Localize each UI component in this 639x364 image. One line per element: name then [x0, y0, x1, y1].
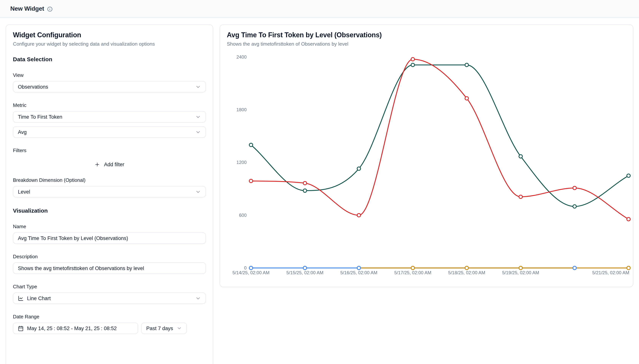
plus-icon — [95, 162, 100, 167]
line-chart: 06001200180024005/14/25, 02:00 AM5/15/25… — [220, 25, 633, 287]
metric-select[interactable]: Time To First Token — [13, 111, 206, 122]
chart-type-label: Chart Type — [13, 284, 206, 290]
chart-type-select[interactable]: Line Chart — [13, 292, 206, 304]
series-teal-point — [465, 63, 468, 67]
series-teal-point — [357, 167, 361, 170]
series-teal-point — [573, 205, 576, 208]
config-subtitle: Configure your widget by selecting data … — [13, 41, 206, 47]
series-red-point — [411, 58, 414, 61]
y-axis-tick-label: 0 — [244, 265, 247, 270]
series-blue-point — [303, 266, 307, 270]
view-label: View — [13, 72, 206, 78]
x-axis-tick-label: 5/18/25, 02:00 AM — [448, 270, 485, 275]
series-red-line — [251, 59, 628, 219]
aggregation-select[interactable]: Avg — [13, 126, 206, 138]
date-preset-select[interactable]: Past 7 days — [141, 322, 187, 334]
metric-label: Metric — [13, 102, 206, 108]
view-select[interactable]: Observations — [13, 81, 206, 92]
description-input[interactable] — [13, 262, 206, 274]
data-selection-heading: Data Selection — [13, 56, 206, 62]
series-blue-point — [573, 266, 576, 270]
add-filter-label: Add filter — [104, 162, 125, 167]
chart-type-value: Line Chart — [27, 295, 192, 301]
series-red-point — [303, 182, 307, 185]
app-root: New Widget Widget Configuration Configur… — [0, 0, 639, 364]
x-axis-tick-label: 5/19/25, 02:00 AM — [502, 270, 539, 275]
chart-subtitle: Shows the avg timetofirsttoken of Observ… — [227, 41, 626, 47]
page-title: New Widget — [10, 5, 44, 12]
x-axis-tick-label: 5/15/25, 02:00 AM — [286, 270, 323, 275]
name-input[interactable] — [13, 232, 206, 244]
aggregation-select-value: Avg — [18, 129, 192, 135]
series-gold-point — [465, 266, 468, 270]
y-axis-tick-label: 1200 — [237, 160, 247, 165]
y-axis-tick-label: 600 — [239, 212, 247, 218]
visualization-heading: Visualization — [13, 207, 206, 214]
series-red-point — [357, 214, 361, 217]
info-icon[interactable] — [47, 6, 53, 12]
series-teal-point — [627, 174, 630, 178]
chevron-down-icon — [195, 189, 201, 194]
y-axis-tick-label: 2400 — [237, 54, 247, 60]
widget-config-panel: Widget Configuration Configure your widg… — [6, 24, 213, 364]
breakdown-select[interactable]: Level — [13, 186, 206, 198]
x-axis-tick-label: 5/14/25, 02:00 AM — [233, 270, 270, 275]
series-teal-point — [411, 63, 414, 67]
series-gold-point — [411, 266, 414, 270]
series-teal-line — [251, 65, 628, 206]
breakdown-label: Breakdown Dimension (Optional) — [13, 177, 206, 183]
series-red-point — [573, 186, 576, 190]
series-red-point — [465, 96, 468, 100]
series-blue-point — [357, 266, 361, 270]
x-axis-tick-label: 5/21/25, 02:00 AM — [592, 270, 629, 275]
chart-panel: Avg Time To First Token by Level (Observ… — [220, 24, 633, 287]
date-range-value: May 14, 25 : 08:52 - May 21, 25 : 08:52 — [27, 326, 133, 331]
config-title: Widget Configuration — [13, 31, 206, 39]
description-label: Description — [13, 254, 206, 260]
add-filter-button[interactable]: Add filter — [91, 159, 128, 170]
breakdown-select-value: Level — [18, 189, 192, 194]
chevron-down-icon — [195, 114, 201, 120]
y-axis-tick-label: 1800 — [237, 107, 247, 112]
date-range-label: Date Range — [13, 314, 206, 320]
metric-select-value: Time To First Token — [18, 114, 192, 120]
x-axis-tick-label: 5/16/25, 02:00 AM — [340, 270, 377, 275]
series-red-point — [627, 218, 630, 221]
date-range-button[interactable]: May 14, 25 : 08:52 - May 21, 25 : 08:52 — [13, 322, 138, 334]
main-content: Widget Configuration Configure your widg… — [0, 18, 639, 364]
series-teal-point — [519, 154, 522, 158]
filters-label: Filters — [13, 148, 206, 153]
series-gold-point — [519, 266, 522, 270]
name-label: Name — [13, 224, 206, 229]
chart-title: Avg Time To First Token by Level (Observ… — [227, 31, 626, 39]
series-teal-point — [303, 189, 307, 192]
view-select-value: Observations — [18, 84, 192, 90]
series-teal-point — [249, 143, 253, 147]
series-red-point — [519, 195, 522, 198]
date-preset-value: Past 7 days — [146, 326, 173, 331]
x-axis-tick-label: 5/17/25, 02:00 AM — [394, 270, 431, 275]
chart-line-icon — [18, 295, 24, 301]
chevron-down-icon — [195, 129, 201, 135]
date-range-row: May 14, 25 : 08:52 - May 21, 25 : 08:52 … — [13, 322, 206, 334]
page-header: New Widget — [0, 0, 639, 18]
series-red-point — [249, 179, 253, 183]
series-blue-point — [249, 266, 253, 270]
series-gold-point — [627, 266, 630, 270]
chevron-down-icon — [195, 295, 201, 301]
calendar-icon — [18, 326, 24, 331]
chevron-down-icon — [195, 84, 201, 90]
chevron-down-icon — [177, 326, 182, 331]
